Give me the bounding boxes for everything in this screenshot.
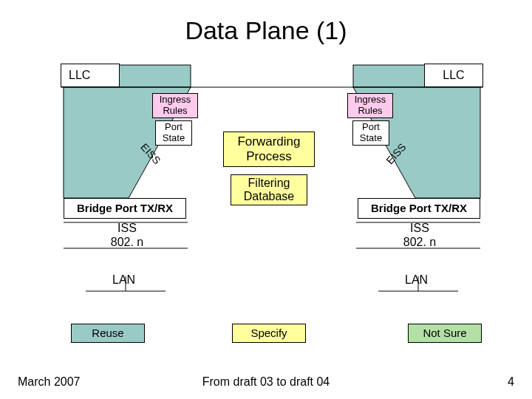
filtering-database: Filtering Database — [231, 174, 307, 205]
legend-specify: Specify — [232, 324, 306, 343]
legend-not-sure: Not Sure — [408, 324, 482, 343]
footer-text: From draft 03 to draft 04 — [0, 375, 532, 389]
iss-left: ISS 802. n — [105, 221, 149, 249]
port-state-right: Port State — [352, 120, 389, 146]
bridge-port-left: Bridge Port TX/RX — [64, 198, 186, 219]
page-number: 4 — [508, 375, 514, 389]
lan-right: LAN — [405, 273, 428, 287]
lan-left: LAN — [112, 273, 135, 287]
ingress-rules-left: Ingress Rules — [152, 93, 198, 118]
forwarding-process: Forwarding Process — [223, 132, 315, 167]
iss-right: ISS 802. n — [398, 221, 442, 249]
legend-reuse: Reuse — [71, 324, 145, 343]
bridge-port-right: Bridge Port TX/RX — [358, 198, 480, 219]
llc-right: LLC — [424, 64, 483, 87]
ingress-rules-right: Ingress Rules — [347, 93, 393, 118]
port-state-left: Port State — [155, 120, 192, 146]
llc-left: LLC — [61, 64, 120, 87]
